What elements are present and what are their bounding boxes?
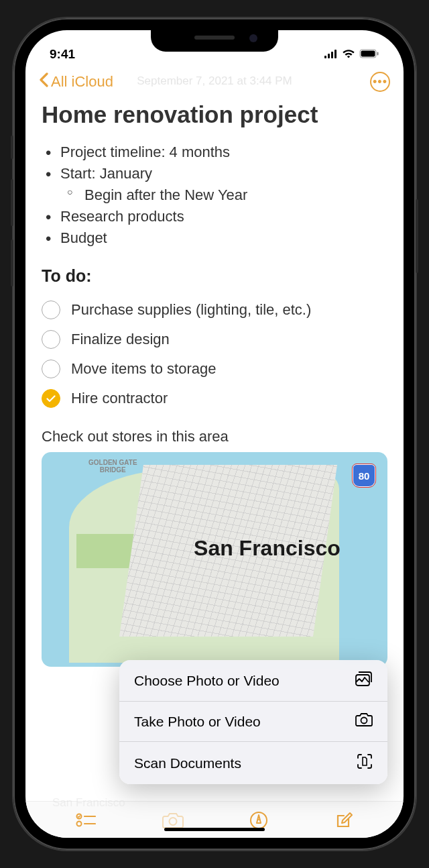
note-date: September 7, 2021 at 3:44 PM — [137, 74, 292, 88]
map-city-label: San Francisco — [194, 536, 341, 561]
todo-item[interactable]: Finalize design — [42, 325, 387, 354]
checkbox-unchecked-icon[interactable] — [42, 301, 60, 319]
menu-label: Choose Photo or Video — [134, 673, 280, 689]
svg-rect-3 — [334, 50, 336, 58]
menu-label: Take Photo or Video — [134, 714, 261, 730]
todo-list: Purchase supplies (lighting, tile, etc.)… — [42, 295, 387, 413]
bullet-list: Project timeline: 4 months Start: Januar… — [42, 142, 387, 249]
svg-point-13 — [169, 818, 176, 825]
ellipsis-icon: ••• — [373, 75, 387, 89]
svg-rect-6 — [377, 52, 379, 56]
menu-scan-documents[interactable]: Scan Documents — [119, 742, 387, 784]
note-title: Home renovation project — [42, 101, 387, 128]
back-button[interactable]: All iCloud — [39, 72, 113, 91]
camera-action-menu: Choose Photo or Video Take Photo or Vide… — [119, 660, 387, 784]
todo-text: Hire contractor — [71, 390, 168, 407]
checkbox-unchecked-icon[interactable] — [42, 330, 60, 349]
home-indicator[interactable] — [164, 828, 265, 831]
svg-point-11 — [77, 822, 82, 826]
todo-text: Move items to storage — [71, 360, 216, 378]
todo-item[interactable]: Purchase supplies (lighting, tile, etc.) — [42, 295, 387, 325]
ghost-footer-text: San Francisco — [52, 796, 125, 810]
battery-icon — [359, 47, 379, 62]
menu-label: Scan Documents — [134, 755, 241, 771]
svg-rect-1 — [328, 54, 330, 58]
svg-rect-2 — [331, 52, 333, 58]
todo-item[interactable]: Move items to storage — [42, 354, 387, 384]
todo-text: Finalize design — [71, 331, 170, 348]
wifi-icon — [342, 47, 355, 62]
todo-text: Purchase supplies (lighting, tile, etc.) — [71, 301, 311, 319]
bullet-sub-item[interactable]: Begin after the New Year — [42, 184, 387, 206]
more-button[interactable]: ••• — [370, 72, 390, 92]
checkbox-unchecked-icon[interactable] — [42, 360, 60, 378]
status-time: 9:41 — [50, 47, 75, 62]
menu-take-photo[interactable]: Take Photo or Video — [119, 702, 387, 742]
map-bridge-label: GOLDEN GATEBRIDGE — [88, 459, 137, 474]
checkbox-checked-icon[interactable] — [42, 389, 60, 408]
bullet-item[interactable]: Project timeline: 4 months — [42, 142, 387, 163]
svg-rect-5 — [361, 51, 375, 57]
map-attachment[interactable]: GOLDEN GATEBRIDGE 80 San Francisco — [42, 452, 387, 667]
todo-item[interactable]: Hire contractor — [42, 384, 387, 413]
cellular-icon — [324, 47, 338, 62]
svg-rect-0 — [324, 56, 326, 58]
checklist-button[interactable] — [76, 813, 96, 830]
menu-choose-photo[interactable]: Choose Photo or Video — [119, 660, 387, 702]
compose-button[interactable] — [334, 811, 353, 832]
document-scan-icon — [357, 753, 373, 773]
chevron-left-icon — [39, 72, 48, 91]
camera-icon — [355, 713, 373, 730]
todo-heading: To do: — [42, 266, 387, 286]
map-caption: Check out stores in this area — [42, 428, 387, 445]
bullet-item[interactable]: Start: January — [42, 163, 387, 184]
nav-bar: All iCloud September 7, 2021 at 3:44 PM … — [25, 66, 404, 99]
back-label: All iCloud — [51, 73, 113, 91]
bullet-item[interactable]: Research products — [42, 206, 387, 227]
svg-point-8 — [361, 718, 367, 724]
highway-shield-icon: 80 — [353, 464, 375, 487]
bullet-item[interactable]: Budget — [42, 227, 387, 249]
photo-library-icon — [355, 671, 373, 690]
